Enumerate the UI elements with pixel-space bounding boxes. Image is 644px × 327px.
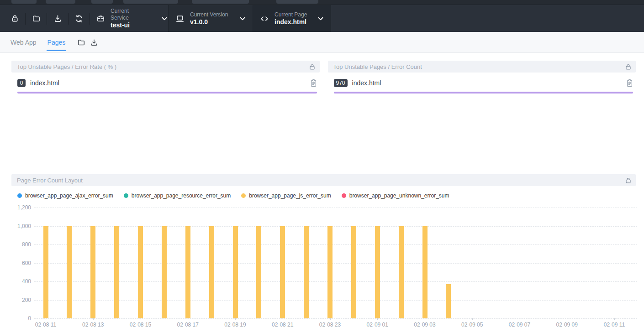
chart-bar[interactable] xyxy=(90,226,95,319)
chart-bar[interactable] xyxy=(43,226,48,319)
top-nav-button-2[interactable] xyxy=(46,0,75,4)
x-axis-tick xyxy=(425,318,425,320)
value-badge: 0 xyxy=(17,79,26,87)
chart-bar[interactable] xyxy=(446,284,451,318)
chart-bar[interactable] xyxy=(209,226,214,319)
error-count-chart: 02004006008001,0001,20002-08 1102-08 130… xyxy=(0,203,644,327)
version-label: Current Version xyxy=(190,11,228,18)
refresh-icon[interactable] xyxy=(74,14,84,23)
x-axis-tick xyxy=(235,318,236,320)
page-list-item[interactable]: 0 index.html xyxy=(17,78,317,88)
x-axis-tick xyxy=(472,318,473,320)
legend-item-browser_app_page_js_error_sum[interactable]: browser_app_page_js_error_sum xyxy=(241,192,331,199)
chart-bar[interactable] xyxy=(256,226,261,319)
y-gridline xyxy=(34,244,637,245)
chevron-down-icon xyxy=(317,15,324,22)
y-axis-tick-label: 1,200 xyxy=(0,204,31,211)
folder-icon[interactable] xyxy=(76,37,86,47)
y-axis-tick-label: 200 xyxy=(0,297,31,303)
x-axis-tick-label: 02-08 15 xyxy=(124,322,157,327)
lock-icon[interactable] xyxy=(10,14,19,23)
x-axis-tick-label: 02-08 13 xyxy=(77,322,110,327)
page-value: index.html xyxy=(274,18,307,26)
x-axis-tick-label: 02-09 09 xyxy=(550,322,583,327)
page-label: Current Page xyxy=(274,11,307,18)
chart-bar[interactable] xyxy=(114,226,119,319)
chart-bar[interactable] xyxy=(399,226,404,319)
legend-item-browser_app_page_resource_error_sum[interactable]: browser_app_page_resource_error_sum xyxy=(124,192,231,199)
download-icon[interactable] xyxy=(53,14,62,23)
top-nav-button-4[interactable] xyxy=(123,0,178,4)
legend-dot xyxy=(124,193,128,198)
x-axis-tick-label: 02-09 05 xyxy=(456,322,489,327)
service-label: Current Service xyxy=(111,8,143,21)
x-axis-tick xyxy=(46,318,46,320)
chart-bar[interactable] xyxy=(67,226,72,319)
chart-bar[interactable] xyxy=(280,226,285,319)
panel-error-count: Top Unstable Pages / Error Count 970 ind… xyxy=(328,61,636,93)
chart-bar[interactable] xyxy=(351,226,356,319)
top-nav-button-1[interactable] xyxy=(11,0,37,4)
legend-label: browser_app_page_ajax_error_sum xyxy=(25,192,113,199)
y-axis-tick-label: 800 xyxy=(0,241,31,248)
top-nav-button-6[interactable] xyxy=(276,0,318,4)
top-nav-button-5[interactable] xyxy=(192,0,249,4)
page-name: index.html xyxy=(30,79,59,87)
toolbar-separator xyxy=(47,13,47,25)
chevron-down-icon xyxy=(161,15,168,22)
legend-item-browser_app_page_ajax_error_sum[interactable]: browser_app_page_ajax_error_sum xyxy=(17,192,113,199)
download-icon[interactable] xyxy=(89,37,99,47)
panel-error-rate: Top Unstable Pages / Error Rate ( % ) 0 … xyxy=(11,61,320,93)
copy-icon[interactable] xyxy=(310,79,317,88)
lock-icon[interactable] xyxy=(625,63,632,70)
chart-bar[interactable] xyxy=(304,226,309,319)
top-nav-button-3[interactable] xyxy=(91,0,113,4)
panel-header: Top Unstable Pages / Error Rate ( % ) xyxy=(11,61,320,73)
x-axis-tick xyxy=(377,318,378,320)
lock-icon[interactable] xyxy=(309,63,316,70)
chart-bar[interactable] xyxy=(327,226,333,319)
top-panels-row: Top Unstable Pages / Error Rate ( % ) 0 … xyxy=(11,61,636,93)
legend-dot xyxy=(241,193,246,198)
page-list-item[interactable]: 970 index.html xyxy=(334,78,633,88)
y-axis-tick-label: 400 xyxy=(0,278,31,285)
folder-icon[interactable] xyxy=(32,14,41,23)
x-axis-tick-label: 02-08 19 xyxy=(219,322,252,327)
toolbar: Current Service test-ui Current Version … xyxy=(0,5,644,32)
y-gridline xyxy=(34,281,637,282)
chart-bar[interactable] xyxy=(185,226,190,319)
chart-bar[interactable] xyxy=(233,226,238,319)
tab-pages[interactable]: Pages xyxy=(48,32,66,52)
x-axis-tick-label: 02-08 11 xyxy=(29,322,62,327)
tab-web-app[interactable]: Web App xyxy=(11,32,37,52)
legend-label: browser_app_page_js_error_sum xyxy=(249,192,331,199)
x-axis-tick xyxy=(330,318,331,320)
chart-bar[interactable] xyxy=(138,226,143,319)
y-gridline xyxy=(34,226,637,227)
value-badge: 970 xyxy=(334,79,348,87)
version-selector[interactable]: Current Version v1.0.0 xyxy=(168,5,253,32)
page-selector[interactable]: Current Page index.html xyxy=(253,5,331,32)
lock-icon[interactable] xyxy=(625,177,632,184)
legend-item-browser_app_page_unknown_error_sum[interactable]: browser_app_page_unknown_error_sum xyxy=(342,192,449,199)
x-axis-tick xyxy=(93,318,94,320)
browser-monitoring-screen: Current Service test-ui Current Version … xyxy=(0,0,644,327)
y-gridline xyxy=(34,300,637,301)
legend-dot xyxy=(342,193,346,198)
y-gridline xyxy=(34,208,637,208)
toolbar-left-group: Current Service test-ui xyxy=(0,5,168,32)
x-axis-tick-label: 02-08 17 xyxy=(171,322,204,327)
toolbar-spacer xyxy=(331,5,644,32)
copy-icon[interactable] xyxy=(626,79,633,88)
panel-title: Top Unstable Pages / Error Count xyxy=(333,63,422,70)
chevron-down-icon xyxy=(239,15,246,22)
panel-header: Top Unstable Pages / Error Count xyxy=(328,61,636,73)
x-axis-tick-label: 02-09 01 xyxy=(361,322,394,327)
page-name: index.html xyxy=(352,79,381,87)
y-axis-tick-label: 1,000 xyxy=(0,223,31,229)
service-selector[interactable]: Current Service test-ui xyxy=(96,8,168,29)
chart-bar[interactable] xyxy=(422,226,428,319)
chart-bar[interactable] xyxy=(162,226,167,319)
chart-bar[interactable] xyxy=(375,226,380,319)
service-box-icon xyxy=(96,14,105,23)
